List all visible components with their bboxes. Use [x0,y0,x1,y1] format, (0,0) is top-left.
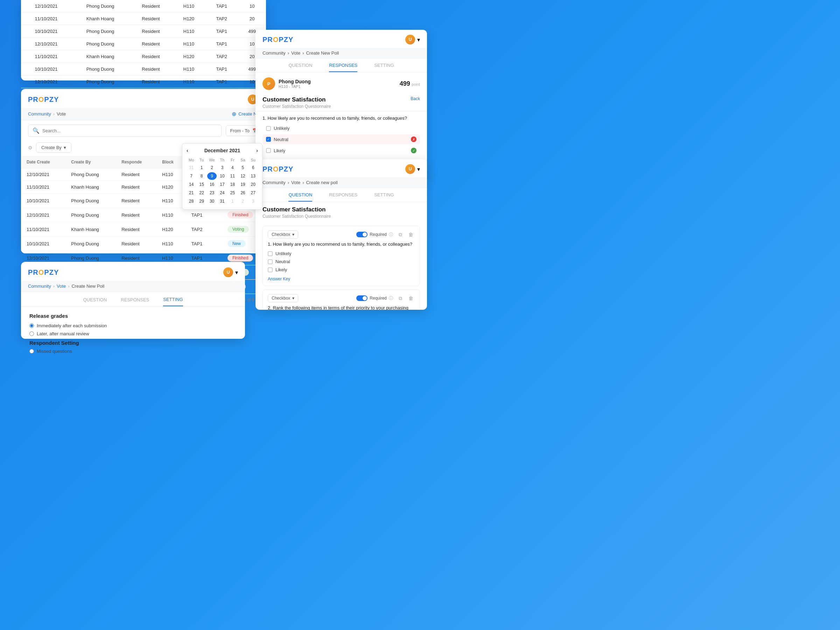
answer-key-link[interactable]: Answer Key [268,276,415,281]
calendar-day[interactable]: 30 [207,197,217,205]
tab-setting3[interactable]: SETTING [163,297,183,306]
question-card-header: Checkbox ▾ Required ⓘ ⧉ 🗑 [268,294,415,302]
col-responde: Responde [116,156,156,168]
delete-icon[interactable]: 🗑 [407,231,415,238]
checkbox-option [268,267,273,272]
calendar-day[interactable]: 5 [238,164,248,172]
bc-vote5[interactable]: Vote [291,180,300,185]
radio-missed-input[interactable] [29,349,34,354]
table-row: 10/10/2021 Phong Duong Resident H110 TAP… [21,63,266,76]
calendar-day[interactable]: 11 [228,172,237,180]
avatar4: U [405,35,415,44]
chevron-down-icon: ▾ [292,232,294,237]
survey-title-section: Customer Satisfaction Customer Satisfact… [256,93,427,111]
question-block: 1. How likely are you to recommend us to… [256,111,427,159]
calendar-day[interactable]: 15 [197,181,206,188]
tab-question5[interactable]: QUESTION [288,192,312,202]
table-row[interactable]: 11/10/2021 Khanh Hoang Resident H120 TAP… [21,222,270,237]
calendar-day[interactable]: 8 [197,172,206,180]
calendar-day[interactable]: 3 [217,164,227,172]
filter-create-by[interactable]: Create By ▾ [36,142,71,153]
calendar-day[interactable]: 4 [228,164,237,172]
tab-question4[interactable]: QUESTION [288,63,312,72]
type-label: Checkbox [272,232,290,237]
copy-icon[interactable]: ⧉ [396,294,404,302]
bc-vote3[interactable]: Vote [57,284,66,289]
bc-community4[interactable]: Community [262,51,286,56]
calendar-day[interactable]: 23 [207,189,217,197]
radio-immediately-input[interactable] [29,324,34,328]
calendar-day[interactable]: 17 [217,181,227,188]
breadcrumb3: Community › Vote › Create New Poll [21,281,245,292]
calendar-day[interactable]: 7 [186,172,196,180]
breadcrumb: Community › Vote ⊕ Create New [21,108,270,120]
setting-content: Release grades Immediately after each su… [21,306,245,363]
next-month-icon[interactable]: › [256,148,258,153]
status-badge: Finished [227,212,253,218]
bc-createpoll3: Create New Poll [71,284,104,289]
tab-setting4[interactable]: SETTING [374,63,394,72]
calendar-day[interactable]: 12 [238,172,248,180]
tab-responses4[interactable]: RESPONSES [329,63,357,72]
tab-responses5[interactable]: RESPONSES [329,192,357,202]
calendar-day[interactable]: 16 [207,181,217,188]
calendar-day[interactable]: 27 [248,189,258,197]
calendar-day[interactable]: 9 [207,172,217,180]
calendar-day[interactable]: 28 [186,197,196,205]
calendar-day[interactable]: 6 [248,164,258,172]
calendar-day[interactable]: 29 [197,197,206,205]
type-select[interactable]: Checkbox ▾ [268,294,298,302]
day-label: Sa [238,157,248,163]
date-placeholder: From - To [230,128,249,133]
calendar-day[interactable]: 14 [186,181,196,188]
panel-responses: PROPZY U ▾ Community › Vote › Create New… [256,30,427,180]
filter-icon: ⚙ [28,145,33,150]
calendar-day[interactable]: 19 [238,181,248,188]
calendar-day[interactable]: 1 [228,197,237,205]
bc-community5[interactable]: Community [262,180,286,185]
user-avatar-circle: P [262,77,275,90]
calendar-day[interactable]: 26 [238,189,248,197]
tab-responses3[interactable]: RESPONSES [121,297,149,306]
calendar-day[interactable]: 25 [228,189,237,197]
bc-vote4[interactable]: Vote [291,51,300,56]
calendar-day[interactable]: 31 [217,197,227,205]
search-input[interactable] [43,128,217,133]
table-row[interactable]: 12/10/2021 Phong Duong Resident H110 TAP… [21,208,270,222]
calendar-day[interactable]: 13 [248,172,258,180]
search-box: 🔍 [28,125,221,137]
calendar-day[interactable]: 22 [197,189,206,197]
survey-title: Customer Satisfaction [262,96,331,103]
bc-community3[interactable]: Community [28,284,51,289]
calendar-day[interactable]: 18 [228,181,237,188]
day-label: Tu [197,157,206,163]
user-avatar-header3: U ▾ [223,267,238,277]
calendar-day[interactable]: 21 [186,189,196,197]
prev-month-icon[interactable]: ‹ [186,148,188,153]
breadcrumb-community[interactable]: Community [28,111,51,117]
calendar-day[interactable]: 10 [217,172,227,180]
copy-icon[interactable]: ⧉ [396,231,404,238]
calendar-day[interactable]: 2 [238,197,248,205]
tab-question3[interactable]: QUESTION [83,297,107,306]
toggle-on[interactable] [356,295,368,301]
calendar-day[interactable]: 1 [197,164,206,172]
info-icon: ⓘ [389,232,393,238]
type-select[interactable]: Checkbox ▾ [268,230,298,239]
calendar-day[interactable]: 2 [207,164,217,172]
table-row[interactable]: 10/10/2021 Phong Duong Resident H110 TAP… [21,237,270,251]
question-card: Checkbox ▾ Required ⓘ ⧉ 🗑 2. Rank the fo… [262,289,420,310]
calendar-day[interactable]: 31 [186,164,196,172]
calendar-day[interactable]: 24 [217,189,227,197]
calendar-day[interactable]: 3 [248,197,258,205]
user-avatar-header4: U ▾ [405,35,420,44]
delete-icon[interactable]: 🗑 [407,294,415,302]
card-icons: ⧉ 🗑 [396,294,415,302]
calendar-day[interactable]: 20 [248,181,258,188]
toggle-on[interactable] [356,232,368,237]
question-option: Likely [268,266,415,274]
checkbox-option [268,259,273,264]
back-link[interactable]: Back [411,96,420,101]
radio-later-input[interactable] [29,332,34,336]
tab-setting5[interactable]: SETTING [374,192,394,202]
